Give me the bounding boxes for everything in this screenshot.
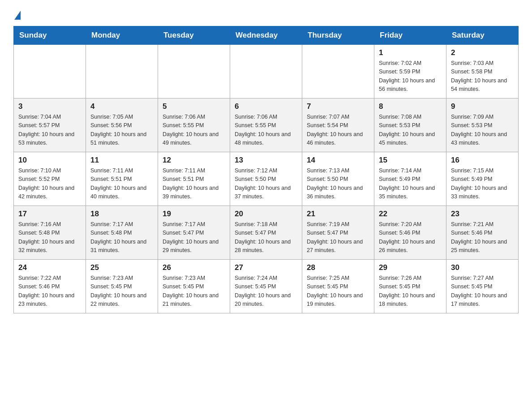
day-info: Sunrise: 7:04 AMSunset: 5:57 PMDaylight:… <box>18 113 81 148</box>
day-number: 13 <box>235 156 297 165</box>
day-info: Sunrise: 7:14 AMSunset: 5:49 PMDaylight:… <box>379 167 442 201</box>
calendar-cell: 19Sunrise: 7:17 AMSunset: 5:47 PMDayligh… <box>158 206 230 260</box>
day-number: 30 <box>451 263 514 272</box>
calendar-cell: 25Sunrise: 7:23 AMSunset: 5:45 PMDayligh… <box>86 260 158 313</box>
calendar-cell: 16Sunrise: 7:15 AMSunset: 5:49 PMDayligh… <box>446 152 519 206</box>
weekday-header-sunday: Sunday <box>14 26 86 45</box>
calendar-cell: 14Sunrise: 7:13 AMSunset: 5:50 PMDayligh… <box>302 152 374 206</box>
calendar-cell: 23Sunrise: 7:21 AMSunset: 5:46 PMDayligh… <box>446 206 519 260</box>
day-info: Sunrise: 7:26 AMSunset: 5:45 PMDaylight:… <box>379 274 442 309</box>
calendar-cell <box>86 45 158 98</box>
day-info: Sunrise: 7:05 AMSunset: 5:56 PMDaylight:… <box>90 113 153 148</box>
day-number: 21 <box>307 210 369 218</box>
day-info: Sunrise: 7:13 AMSunset: 5:50 PMDaylight:… <box>307 167 369 201</box>
day-number: 27 <box>235 263 297 272</box>
day-number: 1 <box>379 48 442 57</box>
calendar-cell: 26Sunrise: 7:23 AMSunset: 5:45 PMDayligh… <box>158 260 230 313</box>
day-info: Sunrise: 7:23 AMSunset: 5:45 PMDaylight:… <box>90 274 153 309</box>
day-info: Sunrise: 7:06 AMSunset: 5:55 PMDaylight:… <box>235 113 297 148</box>
day-number: 24 <box>18 263 81 272</box>
calendar-cell: 30Sunrise: 7:27 AMSunset: 5:45 PMDayligh… <box>446 260 519 313</box>
day-info: Sunrise: 7:16 AMSunset: 5:48 PMDaylight:… <box>18 220 81 255</box>
day-info: Sunrise: 7:10 AMSunset: 5:52 PMDaylight:… <box>18 167 81 201</box>
day-number: 3 <box>18 102 81 111</box>
calendar-cell <box>302 45 374 98</box>
day-number: 29 <box>379 263 442 272</box>
day-number: 12 <box>163 156 225 165</box>
calendar-cell: 10Sunrise: 7:10 AMSunset: 5:52 PMDayligh… <box>14 152 86 206</box>
day-info: Sunrise: 7:03 AMSunset: 5:58 PMDaylight:… <box>451 59 514 94</box>
calendar-cell: 15Sunrise: 7:14 AMSunset: 5:49 PMDayligh… <box>374 152 446 206</box>
day-info: Sunrise: 7:22 AMSunset: 5:46 PMDaylight:… <box>18 274 81 309</box>
day-number: 17 <box>18 210 81 218</box>
weekday-header-tuesday: Tuesday <box>158 26 230 45</box>
calendar-week-3: 10Sunrise: 7:10 AMSunset: 5:52 PMDayligh… <box>14 152 519 206</box>
page-header <box>13 9 519 18</box>
weekday-header-wednesday: Wednesday <box>230 26 302 45</box>
calendar-cell <box>14 45 86 98</box>
day-number: 7 <box>307 102 369 111</box>
day-number: 9 <box>451 102 514 111</box>
calendar-cell: 5Sunrise: 7:06 AMSunset: 5:55 PMDaylight… <box>158 98 230 152</box>
calendar-cell: 28Sunrise: 7:25 AMSunset: 5:45 PMDayligh… <box>302 260 374 313</box>
calendar-cell: 9Sunrise: 7:09 AMSunset: 5:53 PMDaylight… <box>446 98 519 152</box>
calendar-week-4: 17Sunrise: 7:16 AMSunset: 5:48 PMDayligh… <box>14 206 519 260</box>
day-number: 10 <box>18 156 81 165</box>
calendar-cell: 1Sunrise: 7:02 AMSunset: 5:59 PMDaylight… <box>374 45 446 98</box>
calendar-cell: 6Sunrise: 7:06 AMSunset: 5:55 PMDaylight… <box>230 98 302 152</box>
day-number: 2 <box>451 48 514 57</box>
calendar-cell: 17Sunrise: 7:16 AMSunset: 5:48 PMDayligh… <box>14 206 86 260</box>
calendar-cell: 27Sunrise: 7:24 AMSunset: 5:45 PMDayligh… <box>230 260 302 313</box>
weekday-header-saturday: Saturday <box>446 26 519 45</box>
weekday-header-monday: Monday <box>86 26 158 45</box>
day-number: 8 <box>379 102 442 111</box>
day-number: 28 <box>307 263 369 272</box>
weekday-header-thursday: Thursday <box>302 26 374 45</box>
day-info: Sunrise: 7:19 AMSunset: 5:47 PMDaylight:… <box>307 220 369 255</box>
day-info: Sunrise: 7:21 AMSunset: 5:46 PMDaylight:… <box>451 220 514 255</box>
calendar-cell <box>230 45 302 98</box>
day-number: 14 <box>307 156 369 165</box>
calendar-cell: 13Sunrise: 7:12 AMSunset: 5:50 PMDayligh… <box>230 152 302 206</box>
day-info: Sunrise: 7:06 AMSunset: 5:55 PMDaylight:… <box>163 113 225 148</box>
calendar-cell: 8Sunrise: 7:08 AMSunset: 5:53 PMDaylight… <box>374 98 446 152</box>
weekday-header-friday: Friday <box>374 26 446 45</box>
day-info: Sunrise: 7:17 AMSunset: 5:47 PMDaylight:… <box>163 220 225 255</box>
calendar-week-2: 3Sunrise: 7:04 AMSunset: 5:57 PMDaylight… <box>14 98 519 152</box>
day-info: Sunrise: 7:11 AMSunset: 5:51 PMDaylight:… <box>163 167 225 201</box>
calendar-cell: 11Sunrise: 7:11 AMSunset: 5:51 PMDayligh… <box>86 152 158 206</box>
day-number: 26 <box>163 263 225 272</box>
day-info: Sunrise: 7:17 AMSunset: 5:48 PMDaylight:… <box>90 220 153 255</box>
day-number: 22 <box>379 210 442 218</box>
day-info: Sunrise: 7:15 AMSunset: 5:49 PMDaylight:… <box>451 167 514 201</box>
day-number: 25 <box>90 263 153 272</box>
calendar-cell: 18Sunrise: 7:17 AMSunset: 5:48 PMDayligh… <box>86 206 158 260</box>
calendar-cell: 29Sunrise: 7:26 AMSunset: 5:45 PMDayligh… <box>374 260 446 313</box>
calendar-cell: 22Sunrise: 7:20 AMSunset: 5:46 PMDayligh… <box>374 206 446 260</box>
day-number: 11 <box>90 156 153 165</box>
calendar-cell: 24Sunrise: 7:22 AMSunset: 5:46 PMDayligh… <box>14 260 86 313</box>
calendar-cell <box>158 45 230 98</box>
day-info: Sunrise: 7:20 AMSunset: 5:46 PMDaylight:… <box>379 220 442 255</box>
calendar-cell: 12Sunrise: 7:11 AMSunset: 5:51 PMDayligh… <box>158 152 230 206</box>
day-number: 15 <box>379 156 442 165</box>
day-info: Sunrise: 7:11 AMSunset: 5:51 PMDaylight:… <box>90 167 153 201</box>
day-number: 23 <box>451 210 514 218</box>
day-info: Sunrise: 7:24 AMSunset: 5:45 PMDaylight:… <box>235 274 297 309</box>
day-info: Sunrise: 7:25 AMSunset: 5:45 PMDaylight:… <box>307 274 369 309</box>
calendar-cell: 21Sunrise: 7:19 AMSunset: 5:47 PMDayligh… <box>302 206 374 260</box>
day-info: Sunrise: 7:08 AMSunset: 5:53 PMDaylight:… <box>379 113 442 148</box>
calendar-cell: 2Sunrise: 7:03 AMSunset: 5:58 PMDaylight… <box>446 45 519 98</box>
day-info: Sunrise: 7:27 AMSunset: 5:45 PMDaylight:… <box>451 274 514 309</box>
day-number: 18 <box>90 210 153 218</box>
day-number: 16 <box>451 156 514 165</box>
day-info: Sunrise: 7:07 AMSunset: 5:54 PMDaylight:… <box>307 113 369 148</box>
calendar-cell: 20Sunrise: 7:18 AMSunset: 5:47 PMDayligh… <box>230 206 302 260</box>
day-info: Sunrise: 7:23 AMSunset: 5:45 PMDaylight:… <box>163 274 225 309</box>
calendar-week-1: 1Sunrise: 7:02 AMSunset: 5:59 PMDaylight… <box>14 45 519 98</box>
weekday-header-row: SundayMondayTuesdayWednesdayThursdayFrid… <box>14 26 519 45</box>
calendar-table: SundayMondayTuesdayWednesdayThursdayFrid… <box>13 26 519 313</box>
day-info: Sunrise: 7:09 AMSunset: 5:53 PMDaylight:… <box>451 113 514 148</box>
day-number: 6 <box>235 102 297 111</box>
day-number: 20 <box>235 210 297 218</box>
